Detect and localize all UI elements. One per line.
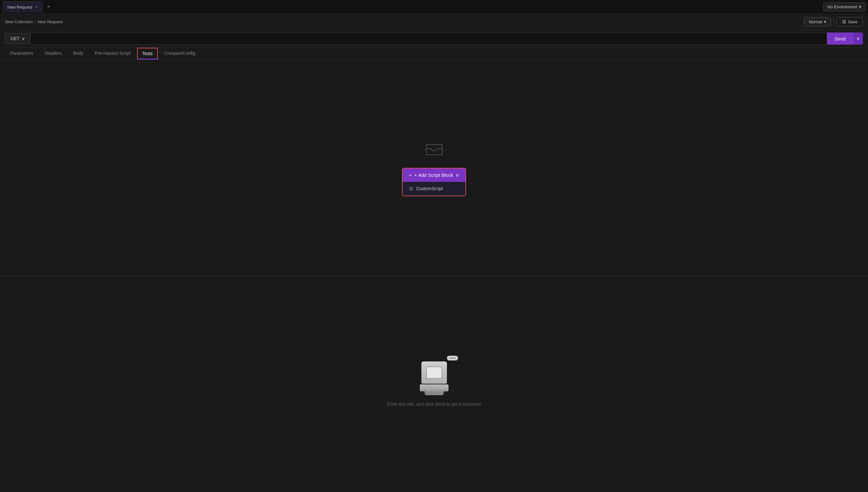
save-icon: 🖫	[842, 19, 846, 24]
tab-pre-request-script[interactable]: Pre-request Script	[90, 47, 136, 59]
breadcrumb: New Collection / New Request	[5, 19, 63, 24]
robot-base	[420, 384, 448, 391]
bubble-dot-3	[454, 357, 455, 359]
tab-label: New Request	[7, 5, 32, 9]
new-tab-button[interactable]: +	[44, 3, 53, 11]
normal-button[interactable]: Normal ▾	[804, 17, 831, 26]
save-label: Save	[848, 19, 858, 24]
bubble-dot-1	[449, 357, 451, 359]
response-hint: Enter the URL and click Send to get a re…	[387, 401, 481, 407]
send-chevron-button[interactable]: ∨	[853, 32, 863, 45]
robot-illustration	[420, 362, 448, 395]
robot-body	[421, 362, 447, 384]
breadcrumb-actions: Normal ▾ 🖫 Save	[804, 17, 863, 26]
breadcrumb-request: New Request	[38, 19, 63, 24]
method-selector[interactable]: GET ∨	[5, 33, 31, 44]
send-button[interactable]: Send	[827, 32, 853, 45]
tab-bar-left: New Request × +	[3, 1, 53, 13]
response-panel: Enter the URL and click Send to get a re…	[0, 276, 868, 492]
custom-script-icon: ⊞	[409, 186, 413, 192]
add-script-label: + Add Script Block	[414, 172, 453, 178]
tab-compareconfig[interactable]: CompareConfig	[159, 47, 201, 59]
breadcrumb-row: New Collection / New Request Normal ▾ 🖫 …	[0, 14, 868, 30]
custom-script-label: CustomScript	[416, 186, 443, 191]
breadcrumb-separator: /	[35, 19, 36, 24]
robot-screen	[426, 367, 442, 379]
send-chevron-icon: ∨	[857, 36, 860, 41]
new-request-tab[interactable]: New Request ×	[3, 1, 43, 13]
breadcrumb-collection[interactable]: New Collection	[5, 19, 33, 24]
environment-selector[interactable]: No Environment ▾	[823, 2, 865, 11]
svg-rect-0	[426, 145, 442, 155]
bubble-dot-2	[452, 357, 453, 359]
add-script-button[interactable]: + + Add Script Block ∨	[403, 169, 466, 182]
env-label: No Environment	[827, 4, 857, 9]
tab-tests[interactable]: Tests	[137, 48, 158, 59]
vertical-divider	[834, 19, 834, 25]
env-chevron-icon: ▾	[859, 4, 861, 9]
script-dropdown: + + Add Script Block ∨ ⊞ CustomScript	[402, 168, 466, 196]
normal-label: Normal	[809, 19, 822, 24]
tests-panel: + + Add Script Block ∨ ⊞ CustomScript	[0, 60, 868, 276]
tab-headers[interactable]: Headers	[40, 47, 67, 59]
save-button[interactable]: 🖫 Save	[837, 17, 863, 26]
empty-tests-icon	[425, 140, 444, 159]
speech-bubble	[447, 356, 458, 361]
request-tabs: Parameters Headers Body Pre-request Scri…	[0, 47, 868, 60]
plus-icon: +	[409, 172, 412, 178]
normal-chevron-icon: ▾	[824, 19, 826, 24]
method-label: GET	[10, 36, 20, 41]
method-chevron-icon: ∨	[22, 36, 25, 41]
url-bar-row: GET ∨ Send ∨	[0, 30, 868, 47]
tab-parameters[interactable]: Parameters	[5, 47, 38, 59]
tab-body[interactable]: Body	[68, 47, 88, 59]
tab-bar-right: No Environment ▾	[823, 2, 865, 11]
close-icon[interactable]: ×	[35, 4, 38, 9]
url-input[interactable]	[31, 32, 827, 45]
custom-script-item[interactable]: ⊞ CustomScript	[403, 182, 466, 196]
main-area: + + Add Script Block ∨ ⊞ CustomScript	[0, 60, 868, 492]
robot-foot	[425, 391, 444, 395]
tab-bar: New Request × + No Environment ▾	[0, 0, 868, 14]
add-script-chevron-icon: ∨	[455, 172, 459, 178]
send-group: Send ∨	[827, 32, 863, 45]
